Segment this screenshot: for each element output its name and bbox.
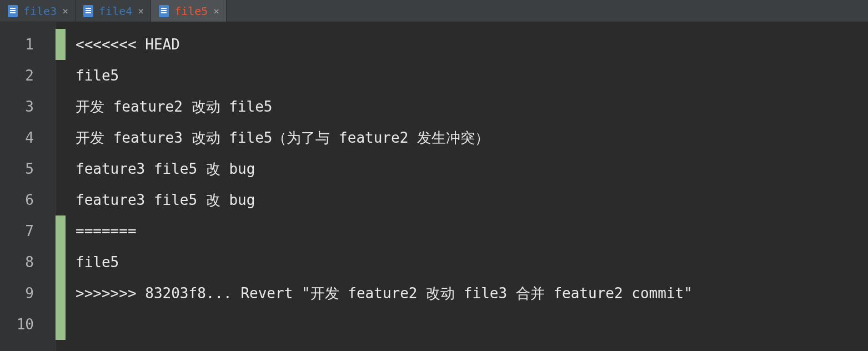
line-number: 9 <box>0 278 55 309</box>
tab-file5[interactable]: file5 × <box>151 0 227 22</box>
tab-file4[interactable]: file4 × <box>76 0 151 22</box>
file-icon <box>83 5 93 17</box>
change-marker <box>56 29 66 60</box>
line-number: 7 <box>0 215 55 247</box>
line-number: 8 <box>0 247 55 278</box>
editor: 1 2 3 4 5 6 7 8 9 10 <<<<<<< HEAD file5 … <box>0 22 868 351</box>
code-line[interactable]: ======= <box>76 215 868 247</box>
change-marker <box>56 247 66 278</box>
code-line[interactable]: file5 <box>76 247 868 278</box>
line-number: 3 <box>0 91 55 122</box>
change-marker <box>56 184 66 215</box>
close-icon[interactable]: × <box>213 6 219 16</box>
line-number: 2 <box>0 60 55 91</box>
code-line[interactable]: 开发 feature2 改动 file5 <box>76 91 868 122</box>
tab-bar: file3 × file4 × file5 × <box>0 0 868 22</box>
tab-label: file4 <box>99 4 132 18</box>
file-icon <box>8 5 18 17</box>
line-number: 10 <box>0 309 55 340</box>
line-number-gutter: 1 2 3 4 5 6 7 8 9 10 <box>0 22 56 351</box>
code-line[interactable]: feature3 file5 改 bug <box>76 184 868 215</box>
change-marker <box>56 60 66 91</box>
line-number: 1 <box>0 29 55 60</box>
code-line[interactable]: feature3 file5 改 bug <box>76 153 868 184</box>
file-icon <box>159 5 169 17</box>
change-marker <box>56 309 66 340</box>
line-number: 4 <box>0 122 55 153</box>
code-line[interactable]: >>>>>>> 83203f8... Revert "开发 feature2 改… <box>76 278 868 309</box>
change-marker <box>56 278 66 309</box>
change-marker-strip <box>56 22 66 351</box>
change-marker <box>56 153 66 184</box>
change-marker <box>56 91 66 122</box>
code-line[interactable]: <<<<<<< HEAD <box>76 29 868 60</box>
code-line[interactable]: file5 <box>76 60 868 91</box>
tab-file3[interactable]: file3 × <box>0 0 76 22</box>
line-number: 6 <box>0 184 55 215</box>
code-area[interactable]: <<<<<<< HEAD file5 开发 feature2 改动 file5 … <box>66 22 868 351</box>
change-marker <box>56 122 66 153</box>
line-number: 5 <box>0 153 55 184</box>
change-marker <box>56 215 66 247</box>
tab-label: file5 <box>174 4 208 18</box>
code-line[interactable] <box>76 309 868 340</box>
close-icon[interactable]: × <box>62 6 68 16</box>
close-icon[interactable]: × <box>138 6 144 16</box>
tab-label: file3 <box>23 4 57 18</box>
code-line[interactable]: 开发 feature3 改动 file5（为了与 feature2 发生冲突） <box>76 122 868 153</box>
